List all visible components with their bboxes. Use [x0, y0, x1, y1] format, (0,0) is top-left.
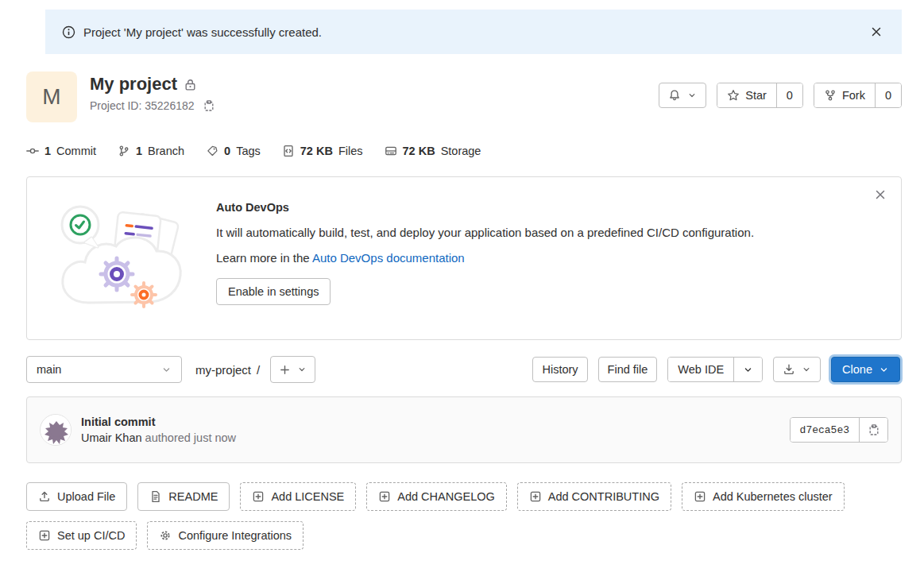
close-icon [874, 188, 887, 201]
add-contributing-label: Add CONTRIBUTING [548, 490, 659, 503]
breadcrumb-separator: / [257, 363, 260, 377]
commit-icon [26, 145, 39, 157]
stat-storage[interactable]: 72 KB Storage [385, 145, 481, 157]
stat-tags[interactable]: 0 Tags [206, 145, 261, 157]
plus-square-icon [694, 490, 706, 503]
file-size-icon [282, 145, 295, 157]
alert-message: Project 'My project' was successfully cr… [83, 25, 322, 39]
plus-square-icon [378, 490, 391, 503]
star-button[interactable]: Star [717, 83, 776, 107]
commit-sha: d7eca5e3 [791, 418, 859, 442]
copy-commit-sha-button[interactable] [859, 418, 887, 442]
storage-label: Storage [441, 145, 481, 157]
plus-square-icon [38, 529, 51, 542]
web-ide-dropdown-toggle[interactable] [733, 358, 762, 381]
files-label: Files [338, 145, 363, 157]
add-changelog-button[interactable]: Add CHANGELOG [366, 482, 507, 511]
project-title: My project [90, 74, 177, 95]
fork-label: Fork [842, 89, 865, 102]
branch-name: main [37, 363, 61, 376]
chevron-down-icon [297, 365, 307, 374]
alert-close-button[interactable] [870, 25, 883, 38]
auto-devops-close-button[interactable] [874, 188, 887, 201]
web-ide-button-group: Web IDE [667, 357, 763, 382]
add-license-label: Add LICENSE [271, 490, 344, 503]
commit-info: Initial commit Umair Khan authored just … [81, 416, 236, 444]
learn-more-prefix: Learn more in the [216, 251, 310, 265]
fork-button[interactable]: Fork [814, 83, 875, 107]
branch-selector[interactable]: main [26, 356, 182, 383]
breadcrumb-project[interactable]: my-project [195, 363, 251, 377]
chevron-down-icon [161, 365, 172, 375]
auto-devops-illustration [27, 195, 216, 320]
fork-count-button[interactable]: 0 [875, 83, 901, 107]
stat-files[interactable]: 72 KB Files [282, 145, 363, 157]
storage-icon [385, 145, 397, 157]
tree-actions: History Find file Web IDE Clone [532, 357, 902, 382]
stat-commits[interactable]: 1 Commit [26, 145, 96, 157]
download-dropdown-button[interactable] [773, 357, 821, 382]
close-icon [870, 25, 883, 38]
document-icon [149, 490, 162, 503]
configure-integrations-button[interactable]: Configure Integrations [147, 521, 303, 550]
project-header: M My project Project ID: 35226182 [26, 72, 902, 122]
last-commit-card: Initial commit Umair Khan authored just … [26, 396, 902, 463]
bell-icon [668, 89, 681, 102]
plus-square-icon [252, 490, 265, 503]
project-stats: 1 Commit 1 Branch 0 Tags 72 KB Files 72 … [26, 145, 902, 157]
tag-icon [206, 145, 218, 157]
upload-file-button[interactable]: Upload File [26, 482, 127, 511]
auto-devops-learn-more: Learn more in the Auto DevOps documentat… [216, 251, 882, 265]
copy-project-id-button[interactable] [203, 99, 215, 112]
info-icon [62, 25, 75, 39]
enable-in-settings-button[interactable]: Enable in settings [216, 278, 331, 305]
add-file-dropdown-button[interactable] [270, 356, 315, 383]
star-count-button[interactable]: 0 [776, 83, 802, 107]
setup-cicd-label: Set up CI/CD [57, 529, 125, 542]
auto-devops-doc-link[interactable]: Auto DevOps documentation [312, 251, 465, 265]
web-ide-button[interactable]: Web IDE [668, 358, 733, 381]
star-icon [727, 89, 740, 102]
auto-devops-description: It will automatically build, test, and d… [216, 226, 882, 239]
fork-count: 0 [885, 89, 891, 102]
plus-square-icon [529, 490, 542, 503]
upload-icon [38, 490, 51, 503]
find-file-button[interactable]: Find file [598, 357, 658, 382]
setup-cicd-button[interactable]: Set up CI/CD [26, 521, 137, 550]
commit-author-avatar [40, 414, 72, 446]
history-button[interactable]: History [532, 357, 587, 382]
chevron-down-icon [687, 91, 697, 100]
auto-devops-title: Auto DevOps [216, 201, 882, 214]
auto-devops-content: Auto DevOps It will automatically build,… [216, 195, 882, 320]
commit-title-link[interactable]: Initial commit [81, 416, 155, 428]
readme-button[interactable]: README [137, 482, 230, 511]
gear-icon [159, 529, 172, 542]
commit-author[interactable]: Umair Khan [81, 431, 142, 444]
private-lock-icon [184, 78, 197, 91]
flash-alert: Project 'My project' was successfully cr… [45, 10, 902, 54]
star-label: Star [745, 89, 767, 102]
star-button-group: Star 0 [717, 83, 803, 108]
commit-meta-text: authored just now [145, 431, 236, 444]
quick-actions-row-1: Upload File README Add LICENSE Add CHANG… [26, 482, 902, 511]
web-ide-label: Web IDE [678, 363, 724, 376]
stat-branches[interactable]: 1 Branch [118, 145, 184, 157]
storage-size: 72 KB [403, 145, 435, 157]
clone-label: Clone [842, 363, 872, 376]
add-license-button[interactable]: Add LICENSE [240, 482, 356, 511]
plus-icon [279, 364, 291, 376]
project-header-actions: Star 0 Fork 0 [659, 83, 902, 108]
add-contributing-button[interactable]: Add CONTRIBUTING [517, 482, 671, 511]
clone-dropdown-button[interactable]: Clone [831, 357, 900, 382]
commit-sha-group: d7eca5e3 [790, 417, 888, 443]
tags-label: Tags [236, 145, 261, 157]
project-page: Project 'My project' was successfully cr… [0, 0, 924, 580]
readme-label: README [168, 490, 218, 503]
files-size: 72 KB [300, 145, 333, 157]
commits-label: Commit [56, 145, 96, 157]
add-changelog-label: Add CHANGELOG [397, 490, 495, 503]
project-id: Project ID: 35226182 [90, 99, 195, 112]
add-kubernetes-cluster-button[interactable]: Add Kubernetes cluster [682, 482, 845, 511]
project-title-block: My project Project ID: 35226182 [90, 72, 215, 112]
notifications-dropdown-button[interactable] [659, 83, 706, 108]
